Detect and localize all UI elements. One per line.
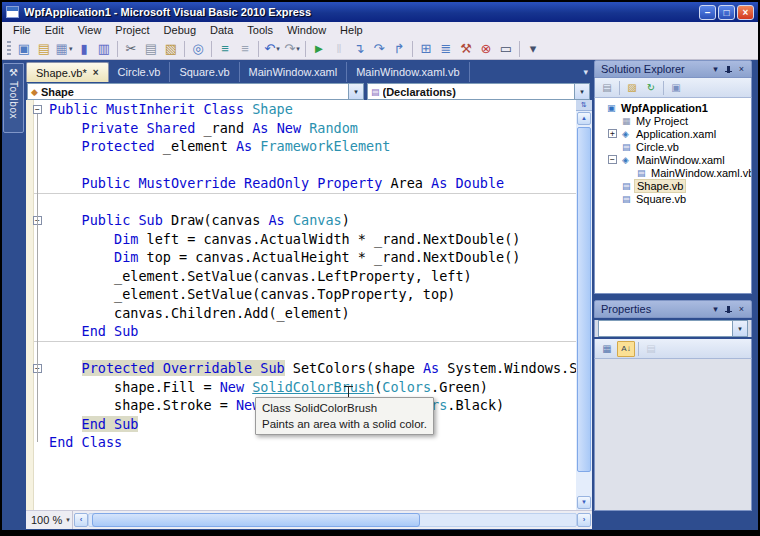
menu-help[interactable]: Help [333, 22, 370, 38]
class-dropdown[interactable]: ◆ Shape ▾ [27, 83, 364, 100]
tree-item-mainwindow-xaml-vb[interactable]: ▤MainWindow.xaml.vb [595, 166, 751, 179]
uncomment-lines-button[interactable]: ≡ [235, 40, 255, 58]
save-button[interactable]: ▮ [74, 40, 94, 58]
step-out-button[interactable]: ↱ [389, 40, 409, 58]
tab-close-icon[interactable]: × [93, 63, 99, 83]
solution-explorer-button[interactable]: ⊞ [416, 40, 436, 58]
solution-explorer-close-panel-button[interactable]: × [735, 63, 748, 76]
code-editor[interactable]: Public MustInherit Class Shape Private S… [26, 100, 592, 510]
properties-titlebar[interactable]: Properties ▾× [594, 300, 752, 318]
new-project-button[interactable]: ▣ [14, 40, 34, 58]
save-all-button[interactable]: ▥ [94, 40, 114, 58]
tab-mainwindow-xaml-vb[interactable]: MainWindow.xaml.vb [347, 62, 469, 82]
properties-object-dropdown[interactable]: ▾ [598, 320, 748, 337]
close-button[interactable]: × [737, 5, 754, 20]
menu-edit[interactable]: Edit [38, 22, 71, 38]
toolbox-tab[interactable]: ⚒ Toolbox [3, 63, 24, 133]
solution-explorer-window-position-button[interactable]: ▾ [709, 63, 722, 76]
toolbox-button[interactable]: ⚒ [456, 40, 476, 58]
member-dropdown-arrow[interactable]: ▾ [574, 84, 589, 99]
minimize-button[interactable]: – [699, 5, 716, 20]
code-token: System.Windows.Sh [447, 360, 585, 376]
properties-window-button[interactable]: ≣ [436, 40, 456, 58]
solution-explorer-view-code-button[interactable]: ▣ [667, 80, 685, 96]
tab-overflow-icon[interactable]: ▾ [583, 67, 588, 77]
menu-window[interactable]: Window [280, 22, 333, 38]
add-new-item-button[interactable]: ▦▾ [54, 40, 74, 58]
menu-data[interactable]: Data [203, 22, 240, 38]
fold-collapse-icon[interactable]: − [33, 105, 42, 114]
redo-dropdown-icon[interactable]: ▾ [296, 45, 300, 53]
tree-item-mainwindow-xaml[interactable]: −◈MainWindow.xaml [595, 153, 751, 166]
tree-item-application-xaml[interactable]: +◈Application.xaml [595, 127, 751, 140]
properties-close-panel-button[interactable]: × [735, 303, 748, 316]
tree-expander-icon[interactable]: − [608, 155, 617, 164]
code-token: ReadOnly [244, 175, 317, 191]
scroll-right-button[interactable]: › [577, 513, 591, 527]
split-window-handle[interactable]: ⇅ [576, 100, 592, 111]
undo-button[interactable]: ↶▾ [262, 40, 282, 58]
scroll-up-button[interactable]: ▲ [577, 112, 591, 125]
tree-item-square-vb[interactable]: ▤Square.vb [595, 192, 751, 205]
toolbar-options-button[interactable]: ▾ [523, 40, 543, 58]
code-token: _element.SetValue(canvas.TopProperty, to… [49, 286, 455, 302]
horizontal-scroll-thumb[interactable] [92, 513, 420, 527]
xaml-file-icon: ◈ [622, 155, 629, 165]
menu-tools[interactable]: Tools [240, 22, 280, 38]
properties-alphabetical-button[interactable]: A↓ [617, 341, 635, 357]
step-over-button[interactable]: ↷ [369, 40, 389, 58]
menu-file[interactable]: File [6, 22, 38, 38]
properties-window-icon: ≣ [441, 41, 452, 56]
editor-status-row: 100 % ▾ ‹ › [26, 510, 592, 529]
add-new-item-dropdown-icon[interactable]: ▾ [69, 45, 73, 53]
tree-item-my-project[interactable]: ▦My Project [595, 114, 751, 127]
step-into-button[interactable]: ↴ [349, 40, 369, 58]
zoom-control[interactable]: 100 % ▾ [26, 511, 73, 529]
properties-categorized-button[interactable]: ▦ [598, 341, 616, 357]
error-list-button[interactable]: ⊗ [476, 40, 496, 58]
tab-circle-vb[interactable]: Circle.vb [109, 62, 171, 82]
solution-explorer-auto-hide-pin-button[interactable] [722, 63, 735, 76]
code-token: Shape [252, 101, 293, 117]
tree-item-shape-vb[interactable]: ▤Shape.vb [595, 179, 751, 192]
vertical-scroll-thumb[interactable] [577, 127, 591, 472]
properties-window-position-button[interactable]: ▾ [709, 303, 722, 316]
paste-button[interactable]: ▧ [161, 40, 181, 58]
tree-item-circle-vb[interactable]: ▤Circle.vb [595, 140, 751, 153]
properties-auto-hide-pin-button[interactable] [722, 303, 735, 316]
window-title: WpfApplication1 - Microsoft Visual Basic… [24, 6, 699, 18]
tab-mainwindow-xaml[interactable]: MainWindow.xaml [240, 62, 348, 82]
restore-button[interactable]: □ [718, 5, 735, 20]
start-debugging-button[interactable]: ► [309, 40, 329, 58]
redo-button[interactable]: ↷▾ [282, 40, 302, 58]
solution-explorer-title: Solution Explorer [601, 63, 709, 75]
open-file-button[interactable]: ▤ [34, 40, 54, 58]
undo-dropdown-icon[interactable]: ▾ [276, 45, 280, 53]
tree-expander-icon[interactable]: + [608, 129, 617, 138]
solution-explorer-titlebar[interactable]: Solution Explorer ▾× [594, 60, 752, 78]
find-symbol-button[interactable]: ◎ [188, 40, 208, 58]
scroll-down-button[interactable]: ▼ [577, 496, 591, 509]
menu-debug[interactable]: Debug [157, 22, 203, 38]
properties-separator [638, 342, 639, 356]
solution-explorer-tree: ▣WpfApplication1▦My Project+◈Application… [594, 98, 752, 294]
comment-lines-button[interactable]: ≡ [215, 40, 235, 58]
solution-explorer-show-all-files-button[interactable]: ▨ [623, 80, 641, 96]
cut-button[interactable]: ✂ [121, 40, 141, 58]
class-dropdown-arrow[interactable]: ▾ [348, 84, 363, 99]
toolbar-separator [305, 41, 306, 57]
properties-dropdown-arrow[interactable]: ▾ [732, 321, 747, 336]
scroll-left-button[interactable]: ‹ [74, 513, 88, 527]
code-token [49, 212, 82, 228]
menu-view[interactable]: View [71, 22, 109, 38]
tab-square-vb[interactable]: Square.vb [170, 62, 239, 82]
solution-explorer-properties-button[interactable]: ▤ [598, 80, 616, 96]
editor-vertical-scrollbar[interactable]: ⇅ ▲ ▼ [576, 100, 592, 510]
tree-item-wpfapplication1[interactable]: ▣WpfApplication1 [595, 101, 751, 114]
copy-button[interactable]: ▤ [141, 40, 161, 58]
menu-project[interactable]: Project [108, 22, 156, 38]
immediate-window-button[interactable]: ▭ [496, 40, 516, 58]
tab-shape-vb-[interactable]: Shape.vb*× [26, 62, 109, 82]
member-dropdown[interactable]: ▤ (Declarations) ▾ [367, 83, 590, 100]
solution-explorer-refresh-button[interactable]: ↻ [642, 80, 660, 96]
